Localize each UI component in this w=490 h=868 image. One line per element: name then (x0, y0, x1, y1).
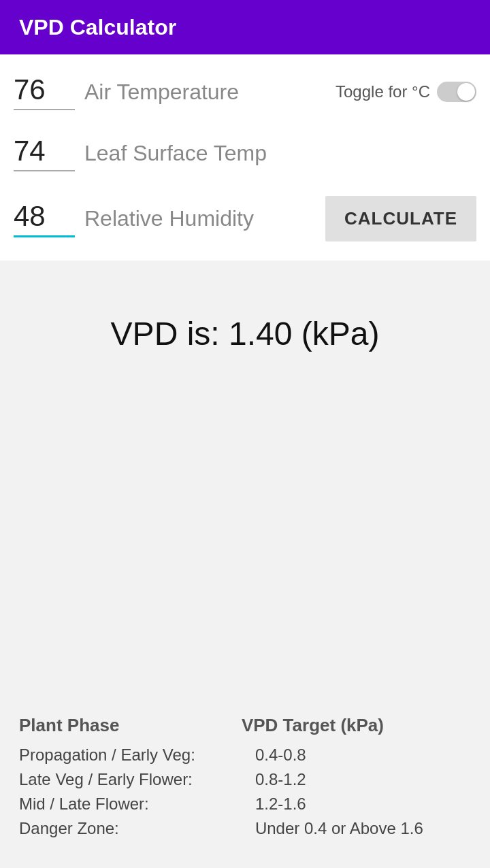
app-title: VPD Calculator (19, 15, 176, 40)
air-temp-label: Air Temperature (84, 80, 336, 105)
reference-section: Plant Phase VPD Target (kPa) Propagation… (0, 695, 490, 868)
humidity-row: Relative Humidity CALCULATE (14, 184, 476, 254)
leaf-temp-input[interactable] (14, 135, 75, 171)
target-cell: 0.4-0.8 (242, 743, 471, 767)
reference-row: Danger Zone:Under 0.4 or Above 1.6 (19, 816, 471, 841)
inputs-section: Air Temperature Toggle for °C Leaf Surfa… (0, 54, 490, 261)
celsius-toggle[interactable] (437, 82, 476, 102)
result-section: VPD is: 1.40 (kPa) (0, 261, 490, 393)
reference-row: Mid / Late Flower:1.2-1.6 (19, 792, 471, 816)
leaf-temp-label: Leaf Surface Temp (84, 141, 476, 166)
header: VPD Calculator (0, 0, 490, 54)
reference-row: Propagation / Early Veg:0.4-0.8 (19, 743, 471, 767)
air-temp-row: Air Temperature Toggle for °C (14, 61, 476, 122)
phase-cell: Mid / Late Flower: (19, 792, 242, 816)
phase-cell: Late Veg / Early Flower: (19, 767, 242, 792)
col1-header: Plant Phase (19, 715, 242, 743)
air-temp-input[interactable] (14, 73, 75, 110)
phase-cell: Danger Zone: (19, 816, 242, 841)
toggle-label: Toggle for °C (336, 82, 430, 101)
result-text: VPD is: 1.40 (kPa) (111, 315, 380, 352)
celsius-toggle-section: Toggle for °C (336, 82, 476, 102)
col2-header: VPD Target (kPa) (242, 715, 471, 743)
target-cell: 1.2-1.6 (242, 792, 471, 816)
toggle-knob (457, 83, 475, 101)
target-cell: Under 0.4 or Above 1.6 (242, 816, 471, 841)
reference-row: Late Veg / Early Flower:0.8-1.2 (19, 767, 471, 792)
target-cell: 0.8-1.2 (242, 767, 471, 792)
calculate-button[interactable]: CALCULATE (325, 196, 476, 241)
phase-cell: Propagation / Early Veg: (19, 743, 242, 767)
leaf-temp-row: Leaf Surface Temp (14, 122, 476, 184)
humidity-input[interactable] (14, 200, 75, 237)
reference-table: Plant Phase VPD Target (kPa) Propagation… (19, 715, 471, 841)
humidity-label: Relative Humidity (84, 206, 325, 231)
